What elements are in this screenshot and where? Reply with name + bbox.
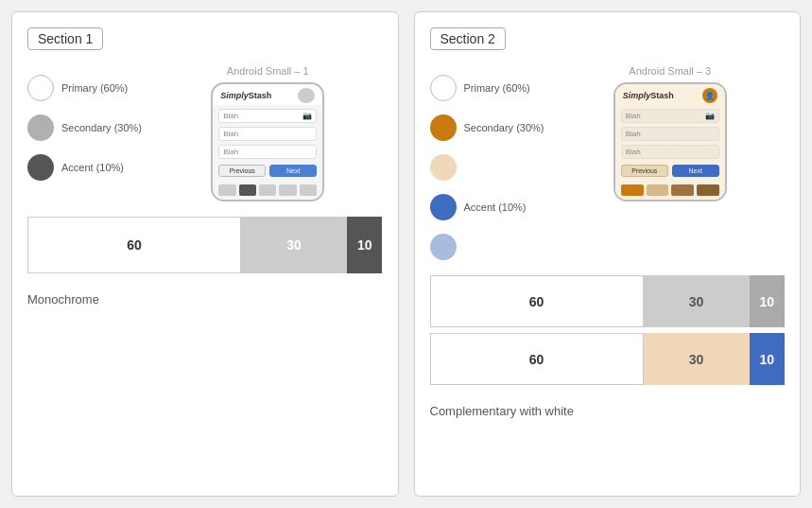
- phone-1-label: Android Small – 1: [227, 65, 309, 77]
- swatch-accent: [27, 154, 54, 181]
- phone-1-input-3: Blah: [218, 145, 317, 159]
- footer-tab-1: [218, 184, 235, 196]
- swatch2-primary-label: Primary (60%): [464, 82, 530, 94]
- section-2-swatches: Primary (60%) Secondary (30%) Accent (10…: [430, 65, 544, 260]
- swatch2-secondary-label: Secondary (30%): [464, 122, 544, 133]
- phone-2-prev-btn: Previous: [621, 165, 668, 177]
- phone-2-footer: [615, 181, 725, 200]
- swatch2-row-primary: Primary (60%): [430, 75, 544, 101]
- section-2-content: Primary (60%) Secondary (30%) Accent (10…: [430, 65, 786, 418]
- phone-2-logo: SimplyStash: [623, 91, 674, 100]
- footer2-tab-1: [621, 184, 644, 196]
- footer2-tab-2: [647, 184, 669, 196]
- camera-icon: 📷: [302, 112, 312, 120]
- phone-1-body: Blah 📷 Blah Blah Previous Next: [213, 105, 322, 181]
- section-2-phone-area: Android Small – 3 SimplyStash 👤 Blah 📷: [556, 65, 786, 201]
- phone-2-input-1: Blah 📷: [621, 109, 719, 123]
- swatch-primary-label: Primary (60%): [61, 82, 128, 94]
- section-2-top-area: Primary (60%) Secondary (30%) Accent (10…: [430, 65, 786, 260]
- phone-1-prev-btn: Previous: [218, 165, 266, 177]
- section-2-scheme-label: Complementary with white: [430, 404, 786, 418]
- color-bar2-row1-10: 10: [750, 275, 785, 327]
- phone-1-input-1: Blah 📷: [218, 109, 317, 123]
- phone-2-header: SimplyStash 👤: [615, 84, 725, 105]
- swatch-secondary: [27, 114, 54, 141]
- swatch2-row-secondary: Secondary (30%): [430, 114, 544, 141]
- color-bar2-row2-10: 10: [750, 333, 785, 385]
- phone-1-btn-row: Previous Next: [218, 165, 317, 177]
- phone-2-next-btn: Next: [672, 165, 719, 177]
- section-1-scheme-label: Monochrome: [27, 292, 383, 307]
- footer-tab-5: [300, 184, 317, 196]
- section-1-top-area: Primary (60%) Secondary (30%) Accent (10…: [27, 65, 383, 201]
- swatch2-peach: [430, 154, 457, 181]
- section-1-title: Section 1: [27, 27, 103, 50]
- phone-2-label: Android Small – 3: [629, 65, 711, 77]
- swatch-primary: [27, 75, 54, 101]
- phone-1-logo: SimplyStash: [220, 91, 271, 100]
- color-bar2-row1-30: 30: [644, 275, 750, 327]
- phone-2-btn-row: Previous Next: [621, 165, 719, 177]
- swatch2-row-accent: Accent (10%): [430, 194, 544, 220]
- footer2-tab-3: [671, 184, 694, 196]
- phone-1-frame: SimplyStash Blah 📷 Blah: [211, 82, 324, 201]
- footer-tab-2: [239, 184, 256, 196]
- phone-1-header: SimplyStash: [213, 84, 322, 105]
- swatch-accent-label: Accent (10%): [61, 162, 124, 173]
- section-2: Section 2 Primary (60%) Secondary (30%): [414, 11, 802, 497]
- color-bars-row1: 60 30 10: [430, 275, 786, 327]
- phone-1-input-2: Blah: [218, 127, 317, 141]
- swatch2-accent: [430, 194, 457, 220]
- swatch-row-primary: Primary (60%): [27, 75, 142, 101]
- phone-2-input-3: Blah: [621, 145, 719, 159]
- section-2-title: Section 2: [430, 27, 506, 50]
- color-bar-10: 10: [347, 217, 382, 273]
- color-bar2-row1-60: 60: [430, 275, 644, 327]
- footer2-tab-4: [697, 184, 719, 196]
- swatch-row-accent: Accent (10%): [27, 154, 142, 181]
- swatch-row-secondary: Secondary (30%): [27, 114, 142, 141]
- phone-1-footer: [213, 181, 322, 200]
- section-2-color-bars: 60 30 10 60 30 10: [430, 275, 786, 385]
- color-bar-30: 30: [241, 217, 347, 273]
- phone-2-frame: SimplyStash 👤 Blah 📷 Blah: [613, 82, 727, 201]
- swatch2-row-peach: [430, 154, 544, 181]
- phone-2-avatar: 👤: [702, 88, 717, 103]
- phone-2-body: Blah 📷 Blah Blah Previous Next: [615, 105, 725, 181]
- phone-1-next-btn: Next: [269, 165, 317, 177]
- section-1-phone-area: Android Small – 1 SimplyStash Blah 📷: [153, 65, 383, 201]
- phone-2-input-2: Blah: [621, 127, 719, 141]
- section-1-color-bars: 60 30 10: [27, 217, 383, 273]
- swatch2-secondary: [430, 114, 457, 141]
- footer-tab-4: [279, 184, 296, 196]
- swatch-secondary-label: Secondary (30%): [61, 122, 142, 133]
- color-bar-60: 60: [27, 217, 241, 273]
- camera-icon-2: 📷: [705, 112, 715, 120]
- section-1-content: Primary (60%) Secondary (30%) Accent (10…: [27, 65, 383, 307]
- color-bar2-row2-60: 60: [430, 333, 644, 385]
- phone-1-avatar: [298, 88, 315, 103]
- swatch2-accent-label: Accent (10%): [464, 201, 527, 213]
- color-bar2-row2-30: 30: [644, 333, 750, 385]
- swatch2-lightblue: [430, 234, 457, 260]
- section-1: Section 1 Primary (60%) Secondary (30%) …: [11, 11, 399, 497]
- swatch2-row-lightblue: [430, 234, 544, 260]
- footer-tab-3: [259, 184, 276, 196]
- color-bars-row2: 60 30 10: [430, 333, 786, 385]
- section-1-swatches: Primary (60%) Secondary (30%) Accent (10…: [27, 65, 142, 181]
- swatch2-primary: [430, 75, 457, 101]
